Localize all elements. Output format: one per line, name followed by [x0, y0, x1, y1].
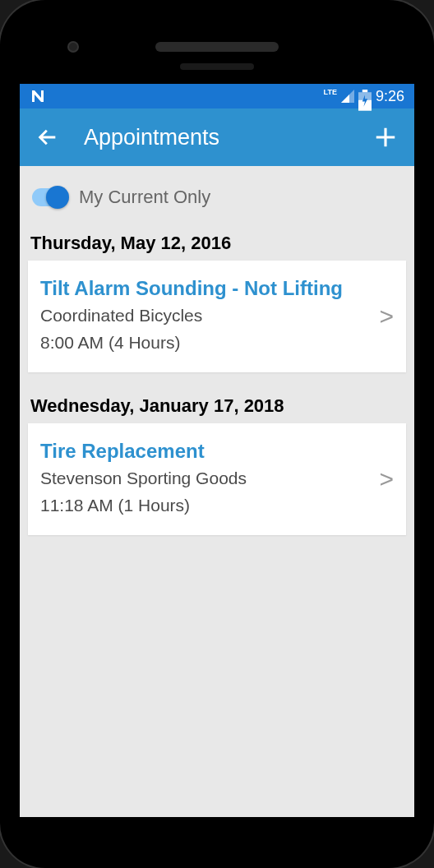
status-bar: LTE 9:26	[20, 84, 414, 108]
appointment-title: Tilt Alarm Sounding - Not Lifting	[40, 277, 371, 300]
svg-rect-0	[362, 90, 367, 92]
current-only-toggle[interactable]	[32, 188, 67, 206]
card-body: Tire Replacement Stevenson Sporting Good…	[40, 440, 371, 519]
hardware-top	[10, 10, 424, 84]
filter-label: My Current Only	[79, 187, 210, 208]
date-header: Thursday, May 12, 2016	[20, 224, 414, 261]
signal-icon	[341, 90, 354, 103]
card-body: Tilt Alarm Sounding - Not Lifting Coordi…	[40, 277, 371, 356]
appointment-card[interactable]: Tilt Alarm Sounding - Not Lifting Coordi…	[28, 261, 406, 372]
status-left	[30, 88, 46, 104]
sensor-bar	[180, 63, 254, 70]
filter-row: My Current Only	[20, 166, 414, 224]
back-icon[interactable]	[36, 126, 59, 149]
camera-dot	[67, 41, 79, 53]
phone-inner: LTE 9:26 Appointments	[10, 10, 424, 858]
network-label: LTE	[324, 88, 337, 96]
date-header: Wednesday, January 17, 2018	[20, 387, 414, 423]
chevron-right-icon: >	[379, 465, 394, 493]
appointment-card[interactable]: Tire Replacement Stevenson Sporting Good…	[28, 423, 406, 535]
speaker-grille	[155, 42, 279, 52]
battery-icon	[358, 90, 372, 103]
android-n-icon	[30, 88, 46, 104]
page-title: Appointments	[84, 125, 349, 150]
add-button[interactable]	[373, 125, 398, 150]
appointment-customer: Stevenson Sporting Goods	[40, 465, 371, 492]
status-right: LTE 9:26	[324, 88, 404, 105]
screen: LTE 9:26 Appointments	[20, 84, 414, 817]
clock: 9:26	[376, 88, 404, 105]
content-scroll[interactable]: My Current Only Thursday, May 12, 2016 T…	[20, 166, 414, 817]
toggle-knob	[46, 186, 69, 209]
app-bar: Appointments	[20, 108, 414, 166]
appointment-customer: Coordinated Bicycles	[40, 302, 371, 330]
chevron-right-icon: >	[379, 302, 394, 330]
phone-frame: LTE 9:26 Appointments	[0, 0, 434, 868]
appointment-title: Tire Replacement	[40, 440, 371, 463]
appointment-time: 8:00 AM (4 Hours)	[40, 330, 371, 357]
appointment-time: 11:18 AM (1 Hours)	[40, 492, 371, 519]
